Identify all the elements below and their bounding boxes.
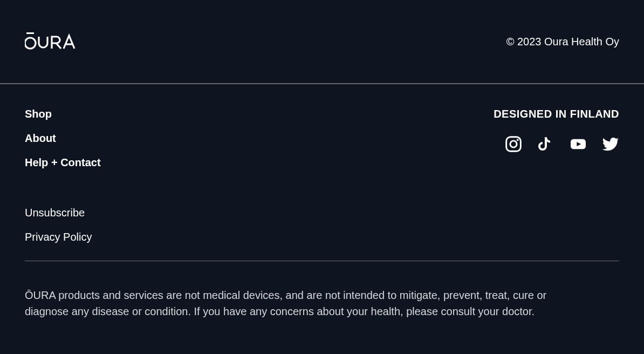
svg-point-1 [25, 38, 36, 49]
copyright-text: © 2023 Oura Health Oy [506, 36, 619, 48]
medical-disclaimer-text: ŌURA products and services are not medic… [0, 261, 604, 319]
instagram-icon [505, 135, 522, 153]
youtube-icon [570, 135, 587, 153]
tiktok-icon [537, 135, 554, 153]
unsubscribe-link[interactable]: Unsubscribe [25, 207, 619, 219]
twitter-link[interactable] [602, 135, 619, 153]
nav-help-contact-link[interactable]: Help + Contact [25, 156, 101, 169]
footer-right-column: DESIGNED IN FINLAND [494, 108, 619, 181]
svg-point-6 [517, 139, 519, 141]
legal-links: Unsubscribe Privacy Policy [0, 181, 644, 243]
social-icons-row [494, 135, 619, 153]
svg-rect-4 [506, 137, 521, 152]
twitter-icon [602, 135, 619, 153]
svg-line-2 [56, 43, 61, 49]
privacy-policy-link[interactable]: Privacy Policy [25, 231, 619, 243]
instagram-link[interactable] [505, 135, 522, 153]
nav-about-link[interactable]: About [25, 132, 101, 145]
footer-mid: Shop About Help + Contact DESIGNED IN FI… [0, 84, 644, 181]
designed-in-finland-label: DESIGNED IN FINLAND [494, 108, 619, 120]
oura-logo [25, 32, 84, 51]
svg-rect-0 [26, 32, 34, 34]
nav-shop-link[interactable]: Shop [25, 108, 101, 120]
youtube-link[interactable] [570, 135, 587, 153]
footer-nav: Shop About Help + Contact [25, 108, 101, 181]
footer-header: © 2023 Oura Health Oy [0, 0, 644, 84]
tiktok-link[interactable] [537, 135, 554, 153]
svg-point-5 [510, 141, 517, 147]
